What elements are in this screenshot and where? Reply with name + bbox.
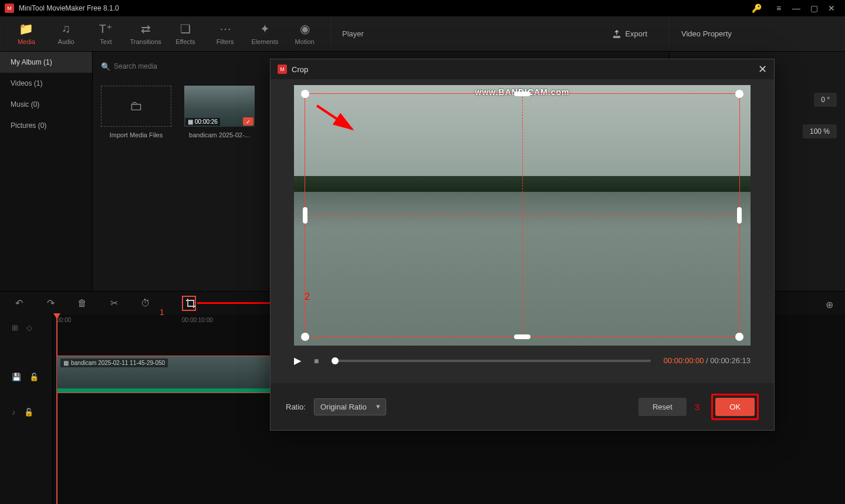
ok-button[interactable]: OK bbox=[715, 398, 755, 416]
crop-handle-s[interactable] bbox=[514, 334, 530, 339]
timeline-clip[interactable]: ▦ bandicam 2025-02-11 11-45-29-050 bbox=[56, 356, 273, 393]
sidebar-item-music[interactable]: Music (0) bbox=[0, 94, 92, 115]
crop-handle-n[interactable] bbox=[514, 92, 530, 96]
transitions-icon: ⇄ bbox=[141, 22, 151, 36]
crop-handle-e[interactable] bbox=[737, 207, 742, 224]
folder-icon: 📁 bbox=[19, 22, 33, 36]
tab-transitions[interactable]: ⇄ Transitions bbox=[126, 22, 165, 45]
crop-handle-w[interactable] bbox=[303, 207, 307, 224]
ratio-select[interactable]: Original Ratio bbox=[314, 398, 386, 415]
effects-icon: ❏ bbox=[180, 22, 191, 36]
tab-text[interactable]: T⁺ Text bbox=[86, 22, 126, 45]
app-title: MiniTool MovieMaker Free 8.1.0 bbox=[19, 4, 119, 12]
media-thumbnail[interactable]: ▦ 00:00:26 ✓ bbox=[184, 86, 255, 127]
tab-motion[interactable]: ◉ Motion bbox=[285, 22, 325, 45]
player-label: Player bbox=[342, 29, 364, 38]
speed-button[interactable]: ⏱ bbox=[138, 298, 153, 309]
stop-button[interactable]: ■ bbox=[314, 356, 319, 366]
crop-preview[interactable]: www.BANDICAM.com bbox=[294, 85, 751, 346]
crop-grid-horizontal bbox=[305, 215, 739, 216]
app-logo-icon: M bbox=[278, 65, 287, 74]
main-toolbar: 📁 Media ♫ Audio T⁺ Text ⇄ Transitions ❏ … bbox=[0, 16, 845, 52]
marker-icon[interactable]: ◇ bbox=[26, 323, 32, 332]
key-icon[interactable]: 🔑 bbox=[752, 4, 762, 13]
thumbnail-duration: ▦ 00:00:26 bbox=[185, 118, 220, 126]
crop-button[interactable] bbox=[182, 296, 196, 311]
titlebar: M MiniTool MovieMaker Free 8.1.0 🔑 ≡ — ▢… bbox=[0, 0, 845, 16]
slider-knob[interactable] bbox=[332, 357, 339, 364]
annotation-arrows bbox=[305, 94, 481, 182]
music-note-icon: ♫ bbox=[62, 22, 70, 36]
export-button[interactable]: Export bbox=[601, 29, 658, 39]
play-button[interactable]: ▶ bbox=[294, 355, 301, 366]
text-icon: T⁺ bbox=[99, 22, 113, 36]
annotation-3: 3 bbox=[695, 402, 699, 412]
reset-button[interactable]: Reset bbox=[638, 398, 687, 416]
tab-effects[interactable]: ❏ Effects bbox=[165, 22, 205, 45]
crop-dialog: M Crop ✕ www.BANDICAM.com bbox=[270, 59, 775, 431]
sidebar-item-pictures[interactable]: Pictures (0) bbox=[0, 115, 92, 136]
clip-name: bandicam 2025-02-11 11-45-29-050 bbox=[71, 360, 165, 366]
motion-icon: ◉ bbox=[300, 22, 310, 36]
search-icon: 🔍 bbox=[101, 62, 110, 71]
import-label: Import Media Files bbox=[101, 131, 171, 138]
maximize-button[interactable]: ▢ bbox=[805, 4, 823, 13]
lock-icon[interactable]: 🔓 bbox=[29, 373, 39, 381]
crop-frame[interactable] bbox=[305, 93, 740, 337]
app-logo: M bbox=[5, 4, 14, 13]
audio-track-icon[interactable]: ♪ bbox=[12, 408, 16, 417]
folder-plus-icon: 🗀 bbox=[130, 99, 143, 114]
add-track-button[interactable]: ⊕ bbox=[826, 299, 833, 310]
svg-line-0 bbox=[317, 106, 352, 129]
ratio-label: Ratio: bbox=[286, 402, 306, 411]
export-icon bbox=[612, 29, 621, 39]
save-icon[interactable]: 💾 bbox=[12, 373, 21, 381]
film-icon: ▦ bbox=[188, 119, 193, 125]
undo-button[interactable]: ↶ bbox=[12, 297, 26, 309]
video-property-header: Video Property bbox=[669, 16, 845, 51]
crop-handle-ne[interactable] bbox=[735, 90, 743, 98]
annotation-2: 2 bbox=[305, 292, 310, 302]
import-media-button[interactable]: 🗀 bbox=[101, 86, 171, 127]
redo-button[interactable]: ↷ bbox=[43, 297, 58, 309]
player-panel-header: Player Export bbox=[331, 16, 669, 51]
zoom-value[interactable]: 100 % bbox=[803, 124, 837, 138]
sparkle-icon: ✦ bbox=[260, 22, 270, 36]
tab-media[interactable]: 📁 Media bbox=[6, 22, 46, 45]
cut-button[interactable]: ✂ bbox=[107, 297, 121, 309]
checkmark-icon: ✓ bbox=[243, 117, 254, 126]
tab-audio[interactable]: ♫ Audio bbox=[46, 22, 86, 45]
crop-seek-slider[interactable] bbox=[332, 360, 650, 362]
playhead[interactable] bbox=[56, 314, 58, 504]
audio-waveform bbox=[57, 382, 273, 393]
tab-filters[interactable]: ⋯ Filters bbox=[205, 22, 245, 45]
tab-elements[interactable]: ✦ Elements bbox=[245, 22, 285, 45]
add-marker-icon[interactable]: ⊞ bbox=[12, 323, 18, 332]
crop-dialog-title: Crop bbox=[292, 65, 308, 74]
filters-icon: ⋯ bbox=[219, 22, 231, 36]
lock-icon[interactable]: 🔓 bbox=[24, 408, 33, 417]
crop-time-display: 00:00:00:00 / 00:00:26:13 bbox=[664, 356, 751, 365]
close-icon[interactable]: ✕ bbox=[758, 63, 767, 76]
film-icon: ▦ bbox=[63, 360, 69, 366]
delete-button[interactable]: 🗑 bbox=[75, 298, 89, 309]
media-sidebar: My Album (1) Videos (1) Music (0) Pictur… bbox=[0, 52, 93, 291]
menu-icon[interactable]: ≡ bbox=[770, 4, 787, 13]
crop-dialog-header[interactable]: M Crop ✕ bbox=[271, 59, 774, 79]
crop-handle-sw[interactable] bbox=[301, 333, 309, 341]
crop-handle-nw[interactable] bbox=[301, 90, 309, 98]
crop-handle-se[interactable] bbox=[735, 333, 743, 341]
annotation-ok-highlight: OK bbox=[711, 394, 759, 420]
sidebar-item-videos[interactable]: Videos (1) bbox=[0, 73, 92, 94]
close-button[interactable]: ✕ bbox=[823, 4, 840, 13]
rotation-value[interactable]: 0 ° bbox=[814, 93, 837, 107]
thumbnail-name: bandicam 2025-02-... bbox=[184, 131, 255, 138]
sidebar-item-myalbum[interactable]: My Album (1) bbox=[0, 52, 92, 73]
minimize-button[interactable]: — bbox=[787, 4, 805, 13]
